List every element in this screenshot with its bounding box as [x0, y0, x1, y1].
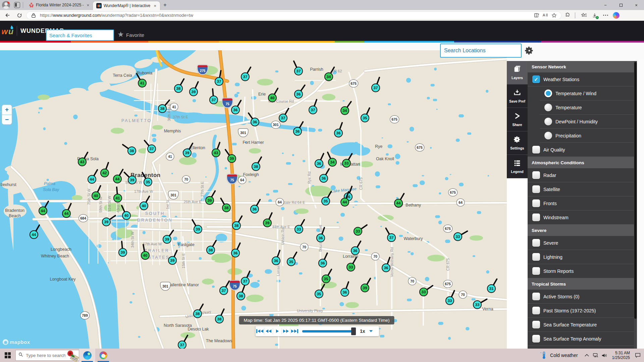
checkbox-unchecked[interactable]	[532, 335, 540, 343]
weather-station-marker[interactable]: 37	[240, 72, 250, 81]
more-options-icon[interactable]	[601, 11, 610, 19]
search-highlight-rose-icon[interactable]	[67, 351, 78, 361]
thermometer-icon[interactable]: *	[539, 349, 548, 362]
weather-station-marker[interactable]: 36	[293, 127, 302, 136]
layer-row-fronts[interactable]: Fronts	[528, 196, 634, 210]
play-button[interactable]	[273, 327, 281, 336]
skip-to-end-button[interactable]	[290, 327, 299, 336]
weather-station-marker[interactable]: 37	[308, 105, 318, 115]
close-button[interactable]: ×	[629, 0, 644, 10]
mapbox-attribution[interactable]: ◉ mapbox	[3, 339, 30, 345]
new-tab-button[interactable]: +	[160, 2, 170, 8]
panel-scrollbar-thumb[interactable]	[634, 62, 637, 319]
weather-station-marker[interactable]: 35	[360, 113, 370, 123]
weather-station-marker[interactable]: 39	[182, 148, 192, 158]
checkbox-unchecked[interactable]	[532, 321, 540, 328]
weather-station-marker[interactable]: 44	[38, 206, 48, 216]
weather-station-marker[interactable]: 39	[205, 196, 214, 205]
weather-station-marker[interactable]: 33	[346, 262, 356, 272]
layer-row-radar[interactable]: Radar	[528, 168, 634, 182]
panel-scrollbar[interactable]	[634, 61, 637, 349]
layer-row-sea-surface-temperature[interactable]: Sea Surface Temperature	[528, 318, 634, 332]
weather-station-marker[interactable]: 36	[250, 204, 259, 214]
weather-station-marker[interactable]: 39	[360, 283, 370, 293]
weather-station-marker[interactable]: 33	[342, 159, 351, 168]
weather-station-marker[interactable]: 33	[419, 287, 428, 297]
weather-station-marker[interactable]: 33	[473, 300, 482, 309]
weather-station-marker[interactable]: 36	[340, 288, 350, 297]
layer-row-storm-reports[interactable]: Storm Reports	[528, 264, 634, 278]
checkbox-unchecked[interactable]	[532, 171, 540, 179]
weather-station-marker[interactable]: 37	[219, 286, 228, 295]
share-button[interactable]: Share	[507, 108, 528, 131]
legend-button[interactable]: Legend	[507, 155, 528, 178]
layer-row-windstream[interactable]: Windstream	[528, 210, 634, 225]
skip-to-start-button[interactable]	[256, 327, 264, 336]
weather-station-marker[interactable]: 36	[231, 105, 240, 115]
checkbox-unchecked[interactable]	[532, 214, 540, 221]
weather-station-marker[interactable]: 31	[487, 284, 496, 293]
downloads-icon[interactable]: ✓	[590, 11, 599, 19]
taskbar-search-input[interactable]	[26, 353, 65, 358]
checkbox-unchecked[interactable]	[532, 307, 540, 314]
layer-row-satellite[interactable]: Satellite	[528, 182, 634, 196]
favorite-label[interactable]: Favorite	[126, 32, 144, 38]
url-text[interactable]: https://www.wunderground.com/wundermap?r…	[40, 13, 532, 18]
weather-station-marker[interactable]: 33	[353, 227, 363, 236]
weather-station-marker[interactable]: 37	[147, 144, 156, 154]
address-bar[interactable]: https://www.wunderground.com/wundermap?r…	[26, 11, 561, 19]
layer-row-temperature[interactable]: Temperature	[540, 101, 634, 115]
taskbar-paint-button[interactable]	[95, 349, 111, 362]
weather-station-marker[interactable]: 43	[211, 148, 221, 158]
weather-station-marker[interactable]: 36	[318, 258, 327, 268]
layer-row-sea-surface-temp-anomaly[interactable]: Sea Surface Temp Anomaly	[528, 332, 634, 346]
weather-station-marker[interactable]: 36	[250, 117, 260, 127]
chevron-up-icon[interactable]	[583, 349, 591, 362]
weather-station-marker[interactable]: 41	[113, 193, 122, 203]
weather-station-marker[interactable]: 38	[251, 162, 261, 171]
save-pref-button[interactable]: Save Pref	[507, 84, 528, 108]
layers-button[interactable]: Layers	[507, 61, 528, 84]
zoom-out-button[interactable]: −	[2, 115, 12, 125]
tab-florida-winter[interactable]: Florida Winter 2024-2025 - Page ×	[26, 0, 93, 10]
vertical-tabs-icon[interactable]	[14, 2, 20, 8]
start-button[interactable]	[0, 349, 15, 362]
checkbox-checked[interactable]: ✓	[532, 75, 540, 83]
time-slider-thumb[interactable]	[351, 327, 356, 335]
weather-station-marker[interactable]: 44	[62, 209, 71, 218]
weather-station-marker[interactable]: 39	[118, 248, 127, 257]
weather-station-marker[interactable]: 39	[127, 175, 137, 185]
checkbox-unchecked[interactable]	[532, 199, 540, 207]
tab-wundermap[interactable]: WunderMap® | Interactive Weath ×	[93, 1, 160, 10]
weather-station-marker[interactable]: 35	[321, 196, 330, 206]
search-favorites-input[interactable]	[46, 29, 114, 41]
checkbox-unchecked[interactable]	[532, 239, 540, 247]
back-icon[interactable]	[3, 11, 12, 19]
weather-station-marker[interactable]: 37	[214, 77, 224, 86]
settings-button[interactable]: Settings	[507, 131, 528, 155]
weather-station-marker[interactable]: 39	[102, 217, 111, 227]
split-screen-icon[interactable]	[532, 12, 541, 19]
weather-station-marker[interactable]: 35	[286, 257, 296, 266]
network-icon[interactable]	[591, 349, 600, 362]
weather-station-marker[interactable]: 35	[143, 177, 153, 187]
time-slider[interactable]	[302, 330, 355, 333]
layer-row-past-storms-1972-2025-[interactable]: Past Storms (1972-2025)	[528, 304, 634, 318]
speaker-icon[interactable]	[600, 349, 609, 362]
weather-station-marker[interactable]: 40	[268, 93, 277, 103]
weather-station-marker[interactable]: 38	[236, 291, 246, 301]
weather-station-marker[interactable]: 37	[371, 83, 380, 93]
weather-station-marker[interactable]: 38	[215, 314, 224, 324]
layer-row-lightning[interactable]: Lightning	[528, 250, 634, 264]
checkbox-unchecked[interactable]	[532, 146, 540, 154]
zoom-in-button[interactable]: +	[2, 105, 12, 115]
weather-station-marker[interactable]: 39	[168, 256, 177, 265]
minimize-button[interactable]: −	[598, 0, 613, 10]
checkbox-unchecked[interactable]	[532, 185, 540, 193]
weather-station-marker[interactable]: 35	[321, 274, 331, 284]
extensions-icon[interactable]	[563, 11, 572, 19]
weather-station-marker[interactable]: 36	[314, 159, 324, 168]
weather-station-marker[interactable]: 38	[174, 84, 183, 93]
weather-station-marker[interactable]: 37	[278, 113, 288, 123]
layer-row-weather-stations[interactable]: ✓Weather Stations	[528, 72, 634, 86]
